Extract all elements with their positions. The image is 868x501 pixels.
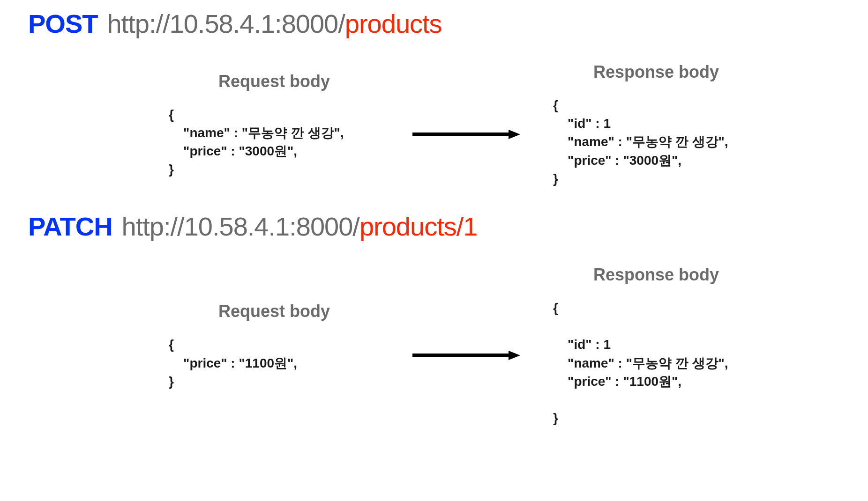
patch-url-line: PATCH http://10.58.4.1:8000/products/1 [28, 211, 840, 242]
arrow-right-icon [412, 351, 520, 360]
post-body-row: Request body { "name" : "무농약 깐 생강", "pri… [28, 62, 840, 188]
patch-section: PATCH http://10.58.4.1:8000/products/1 R… [28, 211, 840, 427]
patch-request-col: Request body { "price" : "1100원", } [169, 302, 380, 390]
arrow-container [408, 351, 525, 360]
response-body-label: Response body [553, 62, 759, 82]
patch-response-col: Response body { "id" : 1 "name" : "무농약 깐… [553, 265, 759, 427]
response-body-label: Response body [553, 265, 759, 285]
url-text: http://10.58.4.1:8000/products [107, 8, 441, 39]
url-base: http://10.58.4.1:8000/ [122, 212, 359, 241]
url-base: http://10.58.4.1:8000/ [107, 9, 344, 38]
svg-marker-3 [509, 351, 520, 360]
arrow-container [408, 130, 525, 139]
http-method-post: POST [28, 8, 97, 39]
arrow-right-icon [412, 130, 520, 139]
patch-response-json: { "id" : 1 "name" : "무농약 깐 생강", "price" … [553, 299, 759, 427]
post-request-json: { "name" : "무농약 깐 생강", "price" : "3000원"… [169, 105, 380, 179]
request-body-label: Request body [169, 302, 380, 321]
post-request-col: Request body { "name" : "무농약 깐 생강", "pri… [169, 72, 380, 179]
patch-body-row: Request body { "price" : "1100원", } Resp… [28, 265, 840, 427]
post-url-line: POST http://10.58.4.1:8000/products [28, 8, 840, 39]
url-text: http://10.58.4.1:8000/products/1 [122, 211, 478, 242]
patch-request-json: { "price" : "1100원", } [169, 335, 380, 390]
post-section: POST http://10.58.4.1:8000/products Requ… [28, 8, 840, 188]
url-path: products/1 [359, 212, 478, 241]
svg-marker-1 [509, 130, 520, 139]
http-method-patch: PATCH [28, 211, 112, 242]
post-response-col: Response body { "id" : 1 "name" : "무농약 깐… [553, 62, 759, 188]
post-response-json: { "id" : 1 "name" : "무농약 깐 생강", "price" … [553, 96, 759, 188]
url-path: products [345, 9, 442, 38]
request-body-label: Request body [169, 72, 380, 91]
